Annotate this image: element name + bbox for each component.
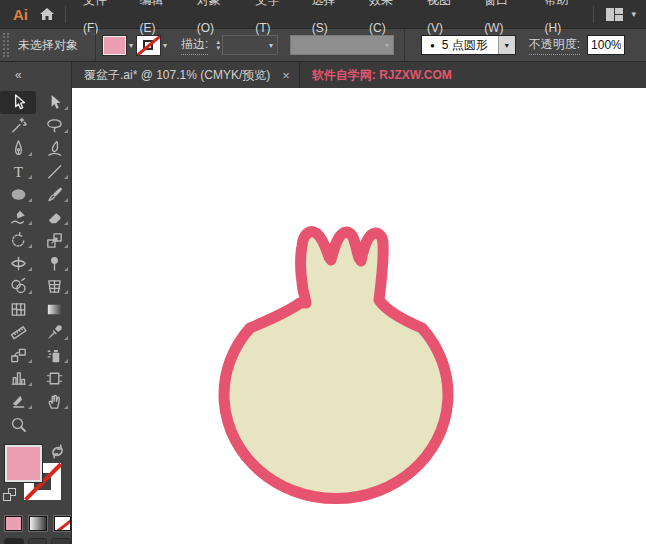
brush-dropdown-button[interactable]: ▾	[498, 36, 515, 54]
illustrator-logo: Ai	[13, 6, 28, 23]
swap-fill-stroke-icon[interactable]	[50, 444, 65, 459]
curvature-tool[interactable]	[36, 137, 72, 160]
blend-icon	[9, 346, 28, 365]
toolbar-collapse-button[interactable]: «	[0, 62, 72, 88]
measure-tool[interactable]	[0, 321, 36, 344]
shape-builder-icon	[9, 277, 28, 296]
fill-color-swatch[interactable]	[103, 36, 126, 55]
drawing-mode-buttons	[0, 531, 71, 544]
panel-grip[interactable]	[3, 33, 9, 57]
svg-text:T: T	[13, 163, 23, 180]
tools-panel: T	[0, 88, 72, 544]
separator	[95, 28, 96, 62]
fill-stroke-indicator	[0, 442, 71, 512]
fill-color-control[interactable]: ▾	[103, 36, 137, 55]
pen-icon	[9, 139, 28, 158]
perspective-grid-tool[interactable]	[36, 275, 72, 298]
type-tool[interactable]: T	[0, 160, 36, 183]
watermark-text: 软件自学网: RJZXW.COM	[312, 62, 452, 88]
stroke-weight-combo[interactable]: ▾	[222, 35, 278, 55]
draw-behind-button[interactable]	[28, 538, 48, 544]
shaper-tool[interactable]	[0, 206, 36, 229]
mesh-tool[interactable]	[0, 298, 36, 321]
gradient-icon	[45, 300, 64, 319]
fill-indicator[interactable]	[5, 445, 42, 482]
brush-dot-icon: ●	[430, 41, 435, 50]
width-tool[interactable]	[0, 252, 36, 275]
chevron-down-icon[interactable]: ▾	[160, 41, 171, 50]
opacity-input[interactable]	[587, 35, 625, 55]
chevron-down-icon: ▾	[382, 41, 393, 50]
stroke-none-swatch[interactable]	[137, 36, 160, 55]
default-fill-stroke-icon[interactable]	[3, 488, 16, 501]
workspace-icon	[606, 8, 623, 21]
tab-strip: « 覆盆子.ai* @ 107.1% (CMYK/预览) × 软件自学网: RJ…	[0, 62, 646, 88]
column-graph-tool[interactable]	[0, 367, 36, 390]
hand-icon	[45, 392, 64, 411]
draw-inside-button[interactable]	[51, 538, 71, 544]
pin-icon	[45, 254, 64, 273]
chevron-down-icon[interactable]: ▾	[126, 41, 137, 50]
shaper-icon	[9, 208, 28, 227]
magnifier-icon	[9, 415, 28, 434]
symbol-sprayer-tool[interactable]	[36, 344, 72, 367]
document-tab[interactable]: 覆盆子.ai* @ 107.1% (CMYK/预览) ×	[72, 62, 300, 88]
perspective-grid-icon	[45, 277, 64, 296]
chevron-down-icon: ▾	[266, 41, 277, 50]
mesh-icon	[9, 300, 28, 319]
artboard-tool[interactable]	[36, 367, 72, 390]
ellipse-tool[interactable]	[0, 183, 36, 206]
stroke-color-control[interactable]: ▾	[137, 36, 171, 55]
pen-tool[interactable]	[0, 137, 36, 160]
puppet-warp-tool[interactable]	[36, 252, 72, 275]
color-button[interactable]	[5, 516, 22, 531]
ellipse-icon	[9, 185, 28, 204]
artboard	[0, 88, 646, 544]
lasso-tool[interactable]	[36, 114, 72, 137]
artboard-icon	[45, 369, 64, 388]
opacity-label[interactable]: 不透明度:	[529, 36, 580, 55]
tools-grid: T	[0, 88, 71, 436]
selection-tool[interactable]	[0, 91, 36, 114]
magic-wand-tool[interactable]	[0, 114, 36, 137]
stroke-weight-label[interactable]: 描边:	[181, 36, 208, 55]
slice-tool[interactable]	[0, 390, 36, 413]
stepper-down-icon[interactable]: ▾	[216, 45, 220, 51]
direct-selection-tool[interactable]	[36, 91, 72, 114]
eyedropper-tool[interactable]	[36, 321, 72, 344]
line-icon	[45, 162, 64, 181]
blend-tool[interactable]	[0, 344, 36, 367]
shape-builder-tool[interactable]	[0, 275, 36, 298]
zoom-tool[interactable]	[0, 413, 36, 436]
color-kind-buttons	[0, 512, 71, 531]
separator	[404, 28, 405, 62]
brush-definition-dropdown[interactable]: ● 5 点圆形 ▾	[421, 35, 516, 55]
eraser-tool[interactable]	[36, 206, 72, 229]
lasso-icon	[45, 116, 64, 135]
none-button[interactable]	[54, 516, 71, 531]
home-icon[interactable]	[39, 6, 55, 22]
draw-normal-button[interactable]	[4, 538, 24, 544]
line-segment-tool[interactable]	[36, 160, 72, 183]
bar-chart-icon	[9, 369, 28, 388]
paintbrush-tool[interactable]	[36, 183, 72, 206]
width-icon	[9, 254, 28, 273]
hand-tool[interactable]	[36, 390, 72, 413]
selection-arrow-icon	[9, 93, 28, 112]
gradient-button[interactable]	[29, 516, 46, 531]
pomegranate-shape[interactable]	[224, 232, 448, 499]
eraser-icon	[45, 208, 64, 227]
magic-wand-icon	[9, 116, 28, 135]
workspace-switcher[interactable]: ▾	[593, 6, 646, 23]
knife-icon	[9, 392, 28, 411]
menu-separator	[65, 6, 66, 23]
scale-tool[interactable]	[36, 229, 72, 252]
gradient-tool[interactable]	[36, 298, 72, 321]
close-icon[interactable]: ×	[282, 69, 290, 82]
stroke-weight-stepper[interactable]: ▴ ▾	[216, 39, 220, 51]
direct-selection-arrow-icon	[45, 93, 64, 112]
rotate-tool[interactable]	[0, 229, 36, 252]
selection-status: 未选择对象	[18, 37, 78, 54]
spray-can-icon	[45, 346, 64, 365]
paintbrush-icon	[45, 185, 64, 204]
